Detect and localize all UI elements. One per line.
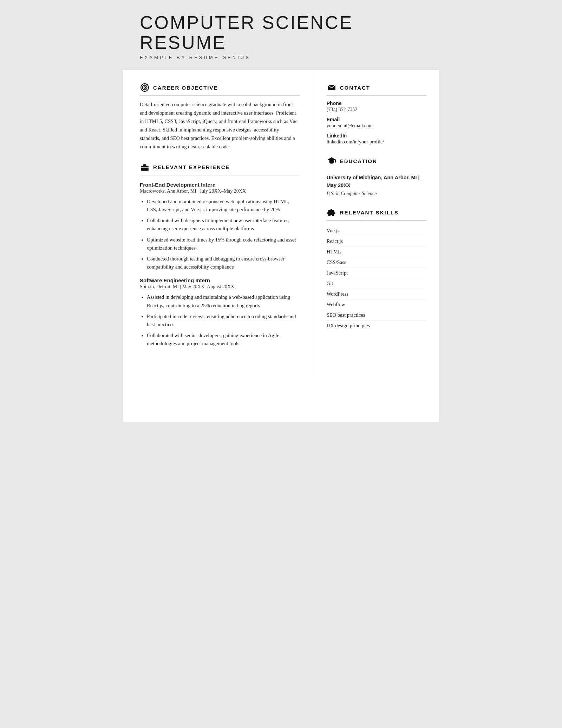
skills-title: RELEVANT SKILLS xyxy=(340,210,399,215)
puzzle-icon xyxy=(327,208,336,218)
skills-header: RELEVANT SKILLS xyxy=(327,208,426,221)
job-2-meta: Spin.io, Detroit, MI | May 20XX–August 2… xyxy=(140,284,300,290)
relevant-experience-section: RELEVANT EXPERIENCE Front-End Developmen… xyxy=(140,162,300,348)
skill-item: CSS/Sass xyxy=(327,257,426,268)
skill-item: JavaScript xyxy=(327,268,426,278)
skill-item: HTML xyxy=(327,247,426,257)
target-icon xyxy=(140,83,150,92)
skill-item: Vue.js xyxy=(327,226,426,236)
skill-item: Webflow xyxy=(327,299,426,310)
list-item: Participated in code reviews, ensuring a… xyxy=(147,313,300,329)
svg-point-1 xyxy=(143,85,147,90)
skill-item: UX design principles xyxy=(327,321,426,331)
list-item: Optimized website load times by 15% thro… xyxy=(147,236,300,252)
career-objective-title: CAREER OBJECTIVE xyxy=(153,85,218,91)
experience-header: RELEVANT EXPERIENCE xyxy=(140,162,300,175)
graduation-cap-icon xyxy=(327,156,336,166)
left-column: CAREER OBJECTIVE Detail-oriented compute… xyxy=(123,70,314,373)
contact-linkedin: linkedin.com/in/your-profile/ xyxy=(327,139,426,145)
contact-title: CONTACT xyxy=(340,85,370,91)
relevant-skills-section: RELEVANT SKILLS Vue.jsReact.jsHTMLCSS/Sa… xyxy=(327,208,426,331)
right-column: CONTACT Phone (734) 352-7357 Email your.… xyxy=(314,70,439,373)
career-objective-header: CAREER OBJECTIVE xyxy=(140,83,300,96)
skill-item: Git xyxy=(327,278,426,289)
list-item: Conducted thorough testing and debugging… xyxy=(147,255,300,271)
resume-header: COMPUTER SCIENCE RESUME EXAMPLE BY RESUM… xyxy=(123,0,439,70)
contact-phone-label: Phone xyxy=(327,101,426,106)
experience-title: RELEVANT EXPERIENCE xyxy=(153,164,230,170)
svg-rect-5 xyxy=(141,166,149,171)
contact-section: CONTACT Phone (734) 352-7357 Email your.… xyxy=(327,83,426,145)
skills-list: Vue.jsReact.jsHTMLCSS/SassJavaScriptGitW… xyxy=(327,226,426,331)
education-section: EDUCATION University of Michigan, Ann Ar… xyxy=(327,156,426,197)
job-2-bullets: Assisted in developing and maintaining a… xyxy=(147,293,300,348)
list-item: Collaborated with designers to implement… xyxy=(147,217,300,233)
job-2-title: Software Engineering Intern xyxy=(140,277,300,283)
education-title: EDUCATION xyxy=(340,158,377,164)
school-name: University of Michigan, Ann Arbor, MI | … xyxy=(327,174,426,189)
skill-item: SEO best practices xyxy=(327,310,426,321)
list-item: Assisted in developing and maintaining a… xyxy=(147,293,300,309)
contact-email: your.email@email.com xyxy=(327,123,426,129)
job-2: Software Engineering Intern Spin.io, Det… xyxy=(140,277,300,348)
main-content: CAREER OBJECTIVE Detail-oriented compute… xyxy=(123,70,439,373)
resume-subtitle: EXAMPLE BY RESUME GENIUS xyxy=(140,55,422,60)
career-objective-section: CAREER OBJECTIVE Detail-oriented compute… xyxy=(140,83,300,151)
contact-linkedin-label: LinkedIn xyxy=(327,133,426,138)
job-1-title: Front-End Development Intern xyxy=(140,182,300,188)
education-header: EDUCATION xyxy=(327,156,426,169)
svg-point-2 xyxy=(144,87,145,88)
degree: B.S. in Computer Science xyxy=(327,191,426,197)
contact-phone: (734) 352-7357 xyxy=(327,107,426,112)
contact-email-label: Email xyxy=(327,117,426,122)
career-objective-text: Detail-oriented computer science graduat… xyxy=(140,101,300,151)
job-1-meta: Macroworks, Ann Arbor, MI | July 20XX–Ma… xyxy=(140,188,300,194)
resume-page: COMPUTER SCIENCE RESUME EXAMPLE BY RESUM… xyxy=(123,0,439,422)
job-1: Front-End Development Intern Macroworks,… xyxy=(140,182,300,271)
list-item: Developed and maintained responsive web … xyxy=(147,198,300,214)
resume-title: COMPUTER SCIENCE RESUME xyxy=(140,13,422,53)
contact-header: CONTACT xyxy=(327,83,426,96)
skill-item: WordPress xyxy=(327,289,426,299)
list-item: Collaborated with senior developers, gai… xyxy=(147,331,300,348)
briefcase-icon xyxy=(140,162,150,172)
job-1-bullets: Developed and maintained responsive web … xyxy=(147,198,300,271)
envelope-icon xyxy=(327,83,336,92)
skill-item: React.js xyxy=(327,236,426,247)
